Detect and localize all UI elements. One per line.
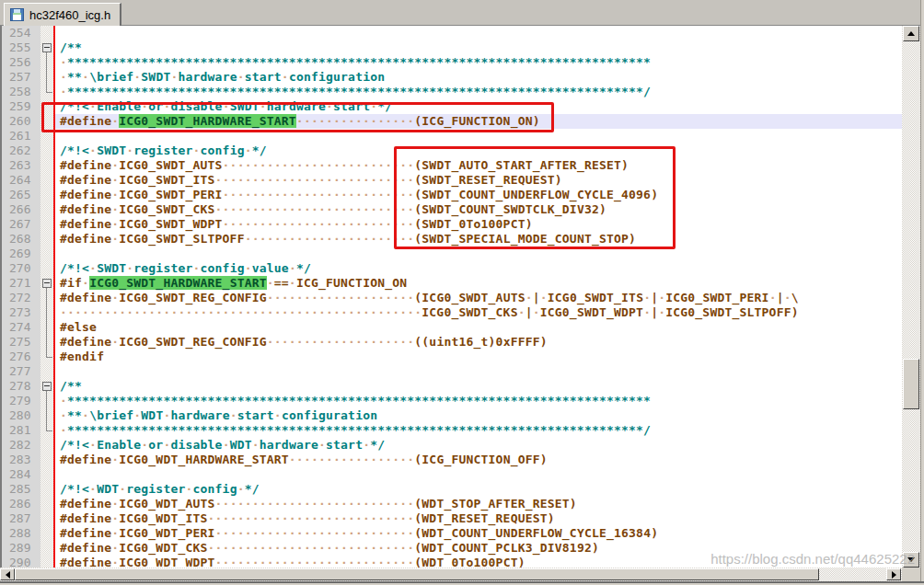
- code-text[interactable]: #define·ICG0_WDT_ITS····················…: [55, 511, 902, 526]
- code-line[interactable]: 265#define·ICG0_SWDT_PERI···············…: [0, 188, 902, 202]
- code-line[interactable]: 275#define·ICG0_SWDT_REG_CONFIG·········…: [0, 335, 902, 350]
- code-line[interactable]: 261: [0, 129, 902, 143]
- code-line[interactable]: 273·····································…: [0, 305, 902, 320]
- code-text[interactable]: #else: [55, 320, 902, 335]
- vertical-scrollbar-thumb[interactable]: [903, 359, 919, 409]
- code-text[interactable]: /**: [55, 379, 902, 394]
- code-text[interactable]: #define·ICG0_WDT_HARDWARE_START·········…: [55, 453, 902, 467]
- code-text[interactable]: #define·ICG0_SWDT_REG_CONFIG············…: [55, 335, 902, 350]
- fold-margin: [40, 247, 53, 261]
- code-text[interactable]: [55, 26, 902, 40]
- code-line[interactable]: 255/**: [0, 40, 902, 55]
- code-line[interactable]: 282/*!<·Enable·or·disable·WDT·hardware·s…: [0, 438, 902, 453]
- collapse-icon[interactable]: [42, 43, 52, 52]
- code-text[interactable]: ·**·\brief·SWDT·hardware·start·configura…: [55, 70, 902, 85]
- code-text[interactable]: #define·ICG0_SWDT_WDPT··················…: [55, 217, 902, 232]
- code-text[interactable]: [55, 364, 902, 379]
- code-line[interactable]: 279·************************************…: [0, 394, 902, 408]
- code-line[interactable]: 280·**·\brief·WDT·hardware·start·configu…: [0, 408, 902, 423]
- horizontal-scrollbar[interactable]: [0, 568, 902, 581]
- code-line[interactable]: 257·**·\brief·SWDT·hardware·start·config…: [0, 70, 902, 85]
- code-line[interactable]: 258·************************************…: [0, 85, 902, 99]
- code-line[interactable]: 266#define·ICG0_SWDT_CKS················…: [0, 202, 902, 217]
- code-text[interactable]: /**: [55, 40, 902, 55]
- whitespace-dots: ········································…: [60, 305, 422, 319]
- code-line[interactable]: 278/**: [0, 379, 902, 394]
- code-line[interactable]: 256·************************************…: [0, 55, 902, 70]
- code-line[interactable]: 287#define·ICG0_WDT_ITS·················…: [0, 511, 902, 526]
- whitespace-dots: ·: [111, 114, 119, 128]
- fold-start-marker[interactable]: [40, 276, 53, 291]
- code-line[interactable]: 277: [0, 364, 902, 379]
- code-text[interactable]: #define·ICG0_SWDT_PERI··················…: [55, 188, 902, 202]
- code-line[interactable]: 267#define·ICG0_SWDT_WDPT···············…: [0, 217, 902, 232]
- code-token: ICG0_SWDT_AUTS: [119, 158, 222, 172]
- code-text[interactable]: #define·ICG0_WDT_WDPT···················…: [55, 556, 902, 568]
- fold-margin: [40, 541, 53, 556]
- code-line[interactable]: 276#endif: [0, 350, 902, 364]
- code-text[interactable]: #if·ICG0_SWDT_HARDWARE_START·==·ICG_FUNC…: [55, 276, 902, 291]
- selected-code-text[interactable]: #define·ICG0_SWDT_HARDWARE_START········…: [55, 114, 902, 129]
- scroll-up-icon[interactable]: [903, 26, 919, 41]
- code-text[interactable]: ·***************************************…: [55, 55, 902, 70]
- code-text[interactable]: #define·ICG0_WDT_AUTS···················…: [55, 497, 902, 511]
- scroll-right-icon[interactable]: [886, 568, 901, 580]
- collapse-icon[interactable]: [42, 279, 52, 288]
- code-text[interactable]: [55, 129, 902, 143]
- code-text[interactable]: #define·ICG0_SWDT_CKS···················…: [55, 202, 902, 217]
- code-line[interactable]: 286#define·ICG0_WDT_AUTS················…: [0, 497, 902, 511]
- code-line[interactable]: 274#else: [0, 320, 902, 335]
- code-text[interactable]: /*!<·SWDT·register·config·value·*/: [55, 261, 902, 276]
- code-text[interactable]: #define·ICG0_SWDT_REG_CONFIG············…: [55, 291, 902, 305]
- code-line[interactable]: 259/*!<·Enable·or·disable·SWDT·hardware·…: [0, 99, 902, 114]
- code-text[interactable]: ·***************************************…: [55, 423, 902, 438]
- code-text[interactable]: #define·ICG0_SWDT_SLTPOFF···············…: [55, 232, 902, 247]
- fold-margin: [40, 511, 53, 526]
- fold-start-marker[interactable]: [40, 40, 53, 55]
- code-text[interactable]: ·***************************************…: [55, 394, 902, 408]
- whitespace-dots: ·······················: [245, 232, 415, 246]
- vertical-scrollbar[interactable]: [902, 26, 920, 568]
- code-line[interactable]: 288#define·ICG0_WDT_PERI················…: [0, 526, 902, 541]
- code-text[interactable]: #define·ICG0_SWDT_AUTS··················…: [55, 158, 902, 173]
- scroll-left-icon[interactable]: [0, 568, 15, 580]
- code-text[interactable]: #define·ICG0_WDT_PERI···················…: [55, 526, 902, 541]
- code-line[interactable]: 264#define·ICG0_SWDT_ITS················…: [0, 173, 902, 188]
- code-line[interactable]: 283#define·ICG0_WDT_HARDWARE_START······…: [0, 453, 902, 467]
- code-text[interactable]: #define·ICG0_WDT_CKS····················…: [55, 541, 902, 556]
- code-text[interactable]: /*!<·WDT·register·config·*/: [55, 482, 902, 497]
- code-text[interactable]: #define·ICG0_SWDT_ITS···················…: [55, 173, 902, 188]
- code-line[interactable]: 272#define·ICG0_SWDT_REG_CONFIG·········…: [0, 291, 902, 305]
- fold-start-marker[interactable]: [40, 379, 53, 394]
- code-text[interactable]: ·**·\brief·WDT·hardware·start·configurat…: [55, 408, 902, 423]
- code-line[interactable]: 270/*!<·SWDT·register·config·value·*/: [0, 261, 902, 276]
- code-line[interactable]: 281·************************************…: [0, 423, 902, 438]
- code-text[interactable]: /*!<·Enable·or·disable·SWDT·hardware·sta…: [55, 99, 902, 114]
- collapse-icon[interactable]: [42, 382, 52, 391]
- code-line[interactable]: 289#define·ICG0_WDT_CKS·················…: [0, 541, 902, 556]
- code-text[interactable]: [55, 467, 902, 482]
- code-line[interactable]: 285/*!<·WDT·register·config·*/: [0, 482, 902, 497]
- code-line[interactable]: 269: [0, 247, 902, 261]
- code-text[interactable]: ········································…: [55, 305, 902, 320]
- code-line[interactable]: 262/*!<·SWDT·register·config·*/: [0, 143, 902, 158]
- code-text[interactable]: ·***************************************…: [55, 85, 902, 99]
- code-text[interactable]: #endif: [55, 350, 902, 364]
- code-line[interactable]: 254: [0, 26, 902, 40]
- code-line[interactable]: 271#if·ICG0_SWDT_HARDWARE_START·==·ICG_F…: [0, 276, 902, 291]
- file-tab[interactable]: hc32f460_icg.h: [4, 3, 121, 26]
- code-line[interactable]: 263#define·ICG0_SWDT_AUTS···············…: [0, 158, 902, 173]
- scroll-down-icon[interactable]: [903, 552, 919, 568]
- code-token: ==: [274, 276, 289, 290]
- code-token: hardware: [170, 408, 229, 422]
- code-text[interactable]: /*!<·Enable·or·disable·WDT·hardware·star…: [55, 438, 902, 453]
- horizontal-scrollbar-thumb[interactable]: [15, 568, 819, 580]
- code-line[interactable]: 260#define·ICG0_SWDT_HARDWARE_START·····…: [0, 114, 902, 129]
- code-line[interactable]: 284: [0, 467, 902, 482]
- code-token: hardware: [267, 99, 326, 113]
- code-line[interactable]: 290#define·ICG0_WDT_WDPT················…: [0, 556, 902, 568]
- code-editor-area[interactable]: 254255/**256·***************************…: [0, 26, 902, 568]
- code-line[interactable]: 268#define·ICG0_SWDT_SLTPOFF············…: [0, 232, 902, 247]
- code-text[interactable]: [55, 247, 902, 261]
- code-text[interactable]: /*!<·SWDT·register·config·*/: [55, 143, 902, 158]
